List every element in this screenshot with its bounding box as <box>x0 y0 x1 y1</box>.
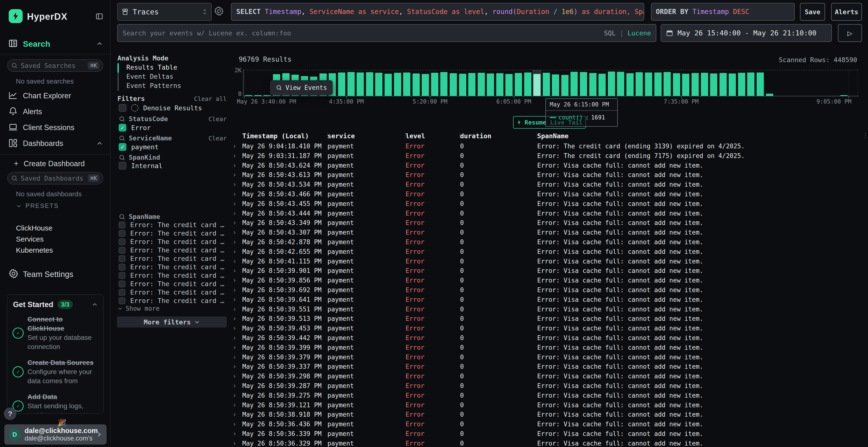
histogram-bar[interactable] <box>375 73 382 96</box>
sidebar-item-client-sessions[interactable]: Client Sessions <box>23 123 74 132</box>
table-row[interactable]: ›May 26 8:50:39.287 PMpaymentError0Error… <box>232 381 868 391</box>
saved-searches-input[interactable] <box>21 62 88 69</box>
sidebar-item-team-settings[interactable]: Team Settings <box>23 270 73 279</box>
table-row[interactable]: ›May 26 8:50:39.275 PMpaymentError0Error… <box>232 391 868 401</box>
search-icon[interactable] <box>119 213 125 220</box>
presets-toggle[interactable]: PRESETS <box>16 202 59 209</box>
table-row[interactable]: ›May 26 8:50:39.121 PMpaymentError0Error… <box>232 401 868 410</box>
row-expand-chevron-icon[interactable]: › <box>234 353 236 361</box>
clear-servicename-link[interactable]: Clear <box>209 135 227 142</box>
histogram-bar[interactable] <box>645 72 652 96</box>
row-expand-chevron-icon[interactable]: › <box>234 372 236 380</box>
spanname-checkbox[interactable] <box>119 289 125 296</box>
row-expand-chevron-icon[interactable]: › <box>234 363 236 370</box>
histogram-bar[interactable] <box>691 73 699 96</box>
alerts-button[interactable]: Alerts <box>831 3 862 21</box>
col-level[interactable]: level <box>406 132 425 140</box>
table-row[interactable]: ›May 26 8:50:39.442 PMpaymentError0Error… <box>232 333 868 343</box>
get-started-step[interactable]: ✓Create Data SourcesConfigure where your… <box>7 354 103 388</box>
table-row[interactable]: ›May 26 8:50:42.655 PMpaymentError0Error… <box>232 247 868 257</box>
histogram-bar[interactable] <box>384 74 392 96</box>
col-spanname[interactable]: SpanName <box>537 132 568 140</box>
mode-event-deltas[interactable]: Event Deltas <box>126 73 173 80</box>
histogram-bar[interactable] <box>487 73 494 96</box>
table-row[interactable]: ›May 26 9:04:18.410 PMpaymentError0Error… <box>232 142 868 151</box>
show-more-link[interactable]: Show more <box>117 305 160 312</box>
table-row[interactable]: ›May 26 9:03:31.187 PMpaymentError0Error… <box>232 151 868 161</box>
sidebar-item-search[interactable]: Search <box>23 39 50 49</box>
histogram-bar[interactable] <box>403 72 410 96</box>
filter-option-payment[interactable]: payment <box>119 143 159 151</box>
table-row[interactable]: ›May 26 8:50:39.901 PMpaymentError0Error… <box>232 266 868 276</box>
search-icon[interactable] <box>119 154 125 161</box>
histogram-bar[interactable] <box>524 72 531 96</box>
filter-option-error[interactable]: Error <box>119 124 151 132</box>
histogram-bar[interactable] <box>533 74 540 96</box>
histogram-bar[interactable] <box>673 73 680 96</box>
row-expand-chevron-icon[interactable]: › <box>234 391 236 399</box>
col-options-handle[interactable]: ⋮ <box>862 132 868 139</box>
filter-option-spanname[interactable]: Error: The credit card … <box>119 280 227 287</box>
row-expand-chevron-icon[interactable]: › <box>234 219 236 227</box>
servicename-payment-checkbox[interactable] <box>119 143 126 151</box>
table-row[interactable]: ›May 26 8:50:39.641 PMpaymentError0Error… <box>232 295 868 305</box>
histogram-bar[interactable] <box>636 72 643 96</box>
histogram-bar[interactable] <box>459 74 466 96</box>
search-collapse-chevron-icon[interactable] <box>96 40 103 47</box>
spanname-checkbox[interactable] <box>119 247 125 253</box>
col-duration[interactable]: duration <box>460 132 491 140</box>
row-expand-chevron-icon[interactable]: › <box>234 286 236 294</box>
histogram-bar[interactable] <box>617 72 624 96</box>
table-row[interactable]: ›May 26 8:50:38.918 PMpaymentError0Error… <box>232 410 868 419</box>
spanname-checkbox[interactable] <box>119 238 125 245</box>
histogram-bar[interactable] <box>478 73 485 96</box>
row-expand-chevron-icon[interactable]: › <box>234 305 236 313</box>
histogram-bar[interactable] <box>543 73 550 96</box>
histogram-bar[interactable] <box>496 73 503 96</box>
row-expand-chevron-icon[interactable]: › <box>234 314 236 322</box>
row-expand-chevron-icon[interactable]: › <box>234 439 236 447</box>
table-row[interactable]: ›May 26 8:50:41.115 PMpaymentError0Error… <box>232 257 868 266</box>
table-row[interactable]: ›May 26 8:50:39.298 PMpaymentError0Error… <box>232 372 868 381</box>
table-row[interactable]: ›May 26 8:50:43.444 PMpaymentError0Error… <box>232 209 868 218</box>
filter-option-spanname[interactable]: Error: The credit card … <box>119 263 227 271</box>
spankind-internal-checkbox[interactable] <box>119 162 126 170</box>
row-expand-chevron-icon[interactable]: › <box>234 161 236 169</box>
row-expand-chevron-icon[interactable]: › <box>234 200 236 207</box>
table-row[interactable]: ›May 26 8:50:39.692 PMpaymentError0Error… <box>232 285 868 295</box>
histogram-bar[interactable] <box>701 73 708 96</box>
statuscode-error-checkbox[interactable] <box>119 124 126 132</box>
row-expand-chevron-icon[interactable]: › <box>234 142 236 150</box>
histogram-bar[interactable] <box>747 72 754 96</box>
row-expand-chevron-icon[interactable]: › <box>234 180 236 188</box>
event-search-input[interactable] <box>123 29 604 37</box>
filter-option-spanname[interactable]: Error: The credit card … <box>119 246 227 254</box>
histogram-bar[interactable] <box>580 72 587 96</box>
sidebar-item-dashboards[interactable]: Dashboards <box>23 139 63 148</box>
spanname-checkbox[interactable] <box>119 221 125 228</box>
histogram-bar[interactable] <box>394 73 401 96</box>
histogram-bar[interactable] <box>626 73 633 96</box>
histogram-bar[interactable] <box>756 72 764 96</box>
row-expand-chevron-icon[interactable]: › <box>234 382 236 389</box>
sidebar-collapse-icon[interactable] <box>95 12 104 20</box>
row-expand-chevron-icon[interactable]: › <box>234 171 236 178</box>
histogram-bar[interactable] <box>598 74 606 96</box>
histogram-bar[interactable] <box>505 74 513 96</box>
histogram-bar[interactable] <box>412 73 420 96</box>
table-row[interactable]: ›May 26 8:50:39.453 PMpaymentError0Error… <box>232 324 868 333</box>
clear-statuscode-link[interactable]: Clear <box>209 115 227 123</box>
dashboards-collapse-chevron-icon[interactable] <box>96 140 103 147</box>
row-expand-chevron-icon[interactable]: › <box>234 410 236 418</box>
histogram-bar[interactable] <box>552 74 559 96</box>
more-filters-button[interactable]: More filters <box>117 316 227 328</box>
clear-all-filters-link[interactable]: Clear all <box>194 95 227 102</box>
col-timestamp[interactable]: Timestamp (Local) <box>242 132 309 140</box>
denoise-checkbox[interactable] <box>119 104 126 112</box>
table-row[interactable]: ›May 26 8:50:43.349 PMpaymentError0Error… <box>232 218 868 228</box>
row-expand-chevron-icon[interactable]: › <box>234 324 236 332</box>
source-select[interactable]: Traces <box>117 3 212 21</box>
histogram-bar[interactable] <box>710 73 717 96</box>
histogram-bar[interactable] <box>719 73 727 96</box>
row-expand-chevron-icon[interactable]: › <box>234 296 236 303</box>
